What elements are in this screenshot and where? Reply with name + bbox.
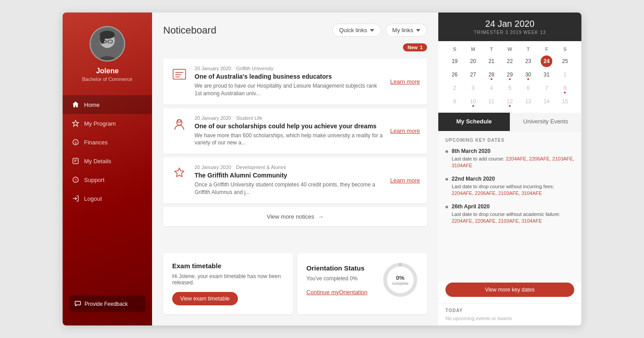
- cal-day-t1: T: [482, 46, 500, 52]
- cal-day-s1: S: [445, 46, 464, 52]
- cal-cell-2-6[interactable]: 8: [559, 82, 571, 94]
- cal-cell-2-1[interactable]: 3: [467, 82, 479, 94]
- cal-cell-0-1[interactable]: 20: [467, 55, 479, 67]
- home-icon: [72, 101, 80, 109]
- my-links-dropdown[interactable]: My links: [386, 24, 427, 37]
- cal-cell-0-5[interactable]: 24: [541, 55, 552, 67]
- key-date-dot-0: [445, 150, 448, 153]
- calendar-date: 24 Jan 2020: [445, 19, 575, 29]
- profile-name: Jolene: [96, 67, 119, 75]
- cal-cell-3-3[interactable]: 12: [504, 96, 516, 107]
- cal-cell-3-1[interactable]: 10: [467, 96, 479, 107]
- cal-cell-0-4[interactable]: 23: [522, 55, 534, 67]
- notice-title-0: One of Australia's leading business educ…: [195, 73, 384, 80]
- key-date-date-1: 22nd March 2020: [452, 176, 574, 182]
- cal-cell-3-6[interactable]: 15: [559, 96, 571, 107]
- cal-cell-3-5[interactable]: 14: [541, 96, 552, 107]
- sidebar-item-logout[interactable]: Logout: [63, 189, 152, 208]
- support-icon: ?: [72, 176, 80, 184]
- notice-title-1: One of our scholarships could help you a…: [195, 123, 384, 130]
- new-badge: New 1: [403, 43, 427, 51]
- key-date-content-0: 8th March 2020 Last date to add course: …: [452, 148, 574, 169]
- key-date-courses-1: 2204AFE, 2206AFE, 2103AFE, 3104AFE: [452, 190, 542, 196]
- quick-links-dropdown[interactable]: Quick links: [332, 24, 381, 37]
- sidebar-item-finances[interactable]: $ Finances: [63, 133, 152, 152]
- continue-orientation-link[interactable]: Continue myOrientation: [306, 289, 368, 296]
- key-date-desc-2: Last date to drop course without academi…: [452, 211, 574, 225]
- notice-card-1: 20 January 2020 Student Life One of our …: [163, 108, 427, 154]
- notice-title-2: The Griffith Alumni Community: [195, 172, 384, 179]
- view-exam-timetable-button[interactable]: View exam timetable: [172, 292, 238, 305]
- learn-more-link-1[interactable]: Learn more: [390, 127, 420, 134]
- cal-day-s2: S: [556, 46, 574, 52]
- learn-more-link-0[interactable]: Learn more: [390, 78, 420, 85]
- cal-cell-0-6[interactable]: 25: [559, 55, 571, 67]
- svg-point-4: [100, 34, 105, 44]
- view-more-notices[interactable]: View more notices →: [163, 207, 427, 226]
- today-label: TODAY: [445, 308, 574, 313]
- main-content: Noticeboard Quick links My links New 1: [152, 13, 438, 325]
- cal-cell-1-4[interactable]: 30: [522, 69, 534, 80]
- calendar-week: TRIMESTER 3 2019 WEEK 13: [445, 30, 575, 35]
- sidebar-item-my-program[interactable]: My Program: [63, 114, 152, 133]
- logout-icon: [72, 194, 80, 203]
- cal-week-1: 2627282930311: [445, 69, 574, 80]
- key-date-desc-0: Last date to add course: 2204AFE, 2206AF…: [452, 156, 574, 169]
- cal-week-2: 2345678: [445, 82, 574, 94]
- cal-cell-3-2[interactable]: 11: [486, 96, 497, 107]
- cal-cell-1-3[interactable]: 29: [504, 69, 516, 80]
- notice-card-2: 20 January 2020 Development & Alumni The…: [163, 157, 427, 203]
- tab-university-events[interactable]: University Events: [510, 113, 581, 131]
- svg-text:?: ?: [74, 178, 76, 182]
- cal-cell-2-3[interactable]: 5: [504, 82, 516, 94]
- cal-cell-1-0[interactable]: 26: [449, 69, 461, 80]
- cal-cell-3-0[interactable]: 9: [449, 96, 461, 107]
- noticeboard-header: Noticeboard Quick links My links: [163, 24, 427, 37]
- cal-cell-2-0[interactable]: 2: [449, 82, 461, 94]
- cal-cell-1-5[interactable]: 31: [541, 69, 552, 80]
- svg-rect-18: [173, 69, 186, 79]
- cal-cell-0-2[interactable]: 21: [486, 55, 497, 67]
- progress-circle: 0% complete: [382, 262, 418, 298]
- key-date-content-2: 26th April 2020 Last date to drop course…: [452, 203, 574, 225]
- key-dates-title: UPCOMING KEY DATES: [445, 138, 574, 143]
- cal-cell-3-4[interactable]: 13: [522, 96, 534, 107]
- svg-marker-8: [72, 120, 79, 127]
- cal-week-0: 19202122232425: [445, 55, 574, 67]
- tab-my-schedule[interactable]: My Schedule: [438, 113, 510, 131]
- svg-text:$: $: [75, 141, 77, 145]
- key-date-dot-1: [445, 178, 448, 181]
- cal-cell-1-6[interactable]: 1: [559, 69, 571, 80]
- cal-cell-2-4[interactable]: 6: [522, 82, 534, 94]
- cal-cell-2-5[interactable]: 7: [541, 82, 552, 94]
- cal-cell-1-1[interactable]: 27: [467, 69, 479, 80]
- svg-rect-11: [73, 158, 78, 164]
- cal-cell-2-2[interactable]: 4: [486, 82, 497, 94]
- progress-percent: 0%: [392, 275, 409, 281]
- key-date-date-0: 8th March 2020: [452, 148, 574, 154]
- noticeboard-section: Noticeboard Quick links My links New 1: [152, 13, 438, 253]
- cal-day-m: M: [464, 46, 482, 52]
- sidebar-item-home[interactable]: Home: [63, 95, 152, 114]
- orientation-desc: You've completed 0%: [306, 275, 368, 282]
- learn-more-link-2[interactable]: Learn more: [390, 177, 420, 184]
- sidebar-profile: Jolene Bachelor of Commerce: [63, 13, 152, 91]
- avatar: [89, 26, 125, 62]
- key-date-courses-0: 2204AFE, 2206AFE, 2103AFE, 3104AFE: [452, 156, 574, 168]
- sidebar-nav: Home My Program $ Finances: [63, 95, 152, 208]
- notice-meta-1: 20 January 2020 Student Life: [195, 115, 384, 121]
- notice-content-0: 20 January 2020 Griffith University One …: [195, 66, 384, 97]
- notice-content-1: 20 January 2020 Student Life One of our …: [195, 115, 384, 147]
- cal-cell-0-3[interactable]: 22: [504, 55, 516, 67]
- cal-cell-0-0[interactable]: 19: [449, 55, 461, 67]
- key-date-courses-2: 2204AFE, 2206AFE, 2103AFE, 3104AFE: [452, 218, 542, 224]
- svg-rect-23: [178, 120, 181, 122]
- progress-sublabel: complete: [392, 281, 409, 286]
- header-actions: Quick links My links: [332, 24, 427, 37]
- cal-cell-1-2[interactable]: 28: [486, 69, 497, 80]
- svg-rect-17: [75, 301, 80, 305]
- sidebar-item-my-details[interactable]: My Details: [63, 152, 152, 170]
- feedback-button[interactable]: Provide Feedback: [69, 296, 145, 312]
- view-key-dates-button[interactable]: View more key dates: [445, 283, 574, 297]
- sidebar-item-support[interactable]: ? Support: [63, 170, 152, 189]
